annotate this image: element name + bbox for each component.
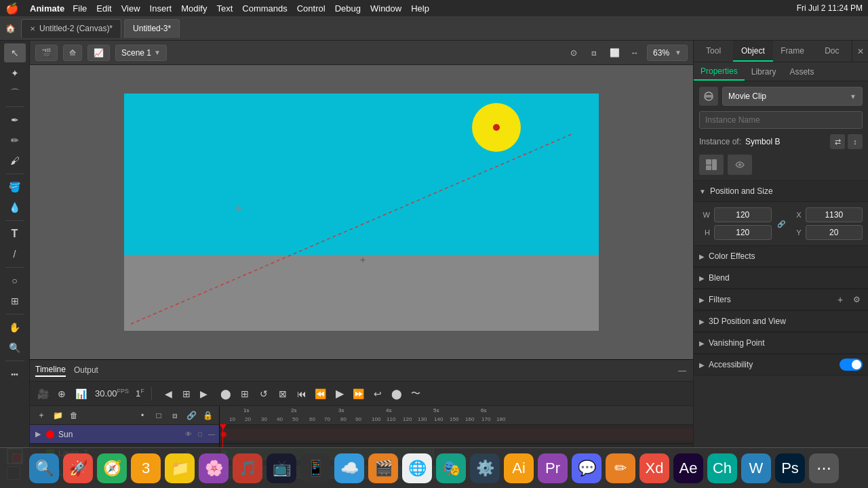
brush-tool[interactable]: 🖌 — [4, 151, 26, 170]
select-tool[interactable]: ↖ — [4, 43, 26, 62]
obj-type-select[interactable]: Movie Clip ▼ — [722, 87, 863, 106]
x-input[interactable]: 1130 — [806, 207, 863, 222]
scene-selector[interactable]: Scene 1 ▼ — [115, 45, 167, 61]
panel-collapse-btn[interactable]: ✕ — [852, 41, 868, 62]
sub-tab-properties[interactable]: Properties — [694, 62, 745, 81]
layer-lock-btn[interactable]: □ — [153, 409, 165, 422]
camera-btn[interactable]: 🎬 — [35, 45, 58, 61]
layer-more-btn[interactable]: 🔗 — [185, 409, 197, 422]
layer-lock-sun[interactable]: □ — [195, 430, 205, 439]
stage-view-btn2[interactable]: ⧈ — [586, 45, 602, 61]
paint-bucket[interactable]: 🪣 — [4, 178, 26, 197]
more-tools[interactable]: ••• — [4, 365, 26, 384]
oval-tool[interactable]: ○ — [4, 271, 26, 290]
section-filters[interactable]: ▶ Filters + ⚙ — [694, 289, 868, 310]
add-layer-btn[interactable]: + — [35, 409, 47, 422]
loop-play-btn[interactable]: ↩ — [370, 386, 385, 401]
dock-vlc[interactable]: 🎬 — [368, 453, 398, 483]
menu-text[interactable]: Text — [216, 3, 233, 14]
stage-view-btn3[interactable]: ⬜ — [606, 45, 623, 61]
menu-edit[interactable]: Edit — [96, 3, 111, 14]
section-3d-position[interactable]: ▶ 3D Position and View — [694, 310, 868, 332]
dock-launchpad[interactable]: 🚀 — [63, 453, 93, 483]
dock-reminders[interactable]: 3 — [131, 453, 161, 483]
dock-chrome[interactable]: 🌐 — [402, 453, 432, 483]
step-back-btn[interactable]: ⏪ — [313, 386, 328, 401]
hand-tool[interactable]: ✋ — [4, 318, 26, 337]
tl-camera-btn[interactable]: 🎥 — [35, 386, 50, 401]
dock-ps[interactable]: Ps — [775, 453, 805, 483]
menu-modify[interactable]: Modify — [181, 3, 207, 14]
instance-name-input[interactable] — [699, 111, 863, 129]
loop-preview-btn[interactable] — [699, 155, 724, 175]
next-keyframe-btn[interactable]: ▶ — [197, 386, 212, 401]
link-icon[interactable]: 🔗 — [776, 220, 787, 228]
dock-word[interactable]: W — [741, 453, 771, 483]
dock-app2[interactable]: 🎭 — [436, 453, 466, 483]
tab-canvas-close[interactable]: ✕ — [30, 25, 35, 33]
onion-skin2-btn[interactable]: ⊞ — [237, 386, 252, 401]
stage-view-btn4[interactable]: ↔ — [627, 45, 643, 61]
tl-graph-btn[interactable]: 📊 — [73, 386, 88, 401]
text-tool[interactable]: T — [4, 224, 26, 243]
onion-skin-btn[interactable]: ⬤ — [218, 386, 233, 401]
y-input[interactable]: 20 — [806, 225, 863, 240]
ruler[interactable]: 1s 2s 3s 4s 5s 6s 10 20 30 40 — [220, 406, 693, 425]
record-btn[interactable]: ⬤ — [389, 386, 404, 401]
zoom-tool[interactable]: 🔍 — [4, 338, 26, 357]
graph-btn[interactable]: 📈 — [87, 45, 110, 61]
menu-file[interactable]: File — [73, 3, 87, 14]
menu-debug[interactable]: Debug — [335, 3, 361, 14]
loop-btn[interactable]: ↺ — [256, 386, 271, 401]
line-tool[interactable]: / — [4, 245, 26, 264]
dock-files[interactable]: 📁 — [165, 453, 195, 483]
prev-keyframe-btn[interactable]: ◀ — [161, 386, 176, 401]
loop-range-btn[interactable]: ⊠ — [275, 386, 290, 401]
tab-tool[interactable]: Tool — [694, 41, 733, 62]
menu-insert[interactable]: Insert — [150, 3, 172, 14]
layer-outline-sun[interactable]: — — [207, 430, 216, 439]
dock-ae[interactable]: Ae — [673, 453, 703, 483]
layer-outline-btn[interactable]: ⧈ — [169, 409, 181, 422]
zoom-selector[interactable]: 63% ▼ — [647, 45, 688, 61]
dock-safari[interactable]: 🧭 — [97, 453, 127, 483]
edit-symbol-btn[interactable]: ↕ — [848, 134, 863, 149]
dock-xd[interactable]: Xd — [639, 453, 669, 483]
stage-canvas-area[interactable]: + ✛ — [30, 65, 693, 359]
apple-menu[interactable]: 🍎 — [5, 2, 19, 15]
tab-main[interactable]: Untitled-3* — [124, 19, 180, 38]
pen-tool[interactable]: ✒ — [4, 110, 26, 129]
rewind-btn[interactable]: ⏮ — [294, 386, 309, 401]
sub-tab-assets[interactable]: Assets — [783, 62, 821, 81]
frame-track-sun[interactable] — [220, 425, 693, 444]
waveform-btn[interactable]: 〜 — [408, 386, 423, 401]
transform-tool[interactable]: ⊞ — [4, 291, 26, 310]
layer-lock-all-btn[interactable]: 🔒 — [201, 409, 214, 422]
dock-more[interactable]: ⋯ — [809, 453, 839, 483]
w-input[interactable]: 120 — [714, 207, 772, 222]
lasso-tool[interactable]: ⌒ — [4, 84, 26, 103]
subselect-tool[interactable]: ✦ — [4, 64, 26, 83]
tl-add-btn[interactable]: ⊕ — [54, 386, 69, 401]
dock-ch[interactable]: Ch — [707, 453, 737, 483]
tab-object[interactable]: Object — [733, 41, 772, 62]
dock-music[interactable]: 🎵 — [233, 453, 262, 483]
delete-layer-btn[interactable]: 🗑 — [68, 409, 80, 422]
layer-expand-sun[interactable]: ▶ — [33, 429, 43, 440]
dock-premiere[interactable]: Pr — [538, 453, 568, 483]
menu-control[interactable]: Control — [297, 3, 326, 14]
dock-icloud[interactable]: ☁️ — [334, 453, 364, 483]
section-vanishing-point[interactable]: ▶ Vanishing Point — [694, 332, 868, 354]
tab-canvas[interactable]: ✕ Untitled-2 (Canvas)* — [21, 19, 121, 38]
menu-window[interactable]: Window — [370, 3, 401, 14]
layer-row-sun[interactable]: ▶ Sun 👁 □ — — [30, 425, 219, 444]
filters-gear-btn[interactable]: ⚙ — [850, 293, 863, 306]
timeline-tab-output[interactable]: Output — [74, 365, 98, 376]
dock-finder[interactable]: 🔍 — [29, 453, 59, 483]
tab-frame[interactable]: Frame — [773, 41, 812, 62]
timeline-tab-timeline[interactable]: Timeline — [35, 365, 66, 377]
pencil-tool[interactable]: ✏ — [4, 131, 26, 150]
dock-illustrator[interactable]: Ai — [504, 453, 534, 483]
play-btn[interactable]: ▶ — [332, 386, 347, 401]
dock-app3[interactable]: ⚙️ — [470, 453, 500, 483]
